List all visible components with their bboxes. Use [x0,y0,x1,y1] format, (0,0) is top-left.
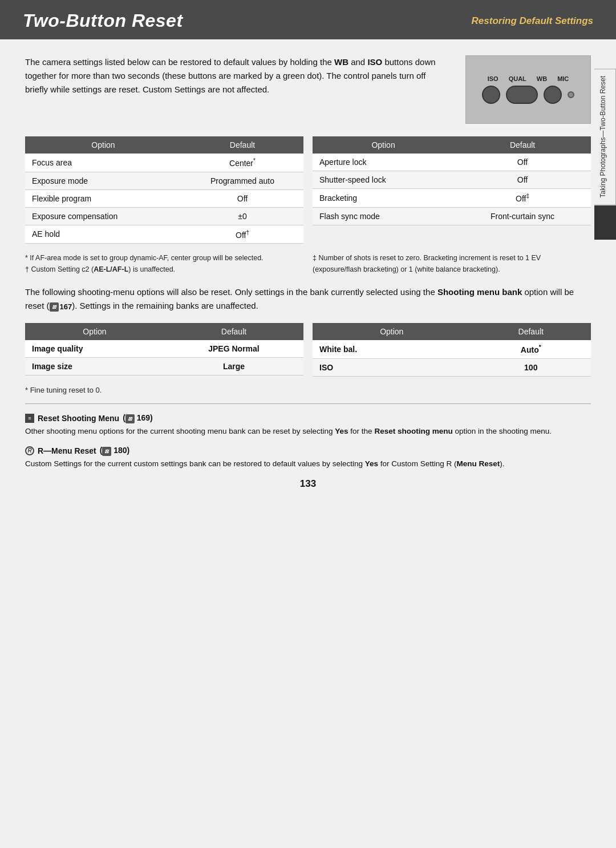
page-title: Two-Button Reset [23,10,183,31]
table2: Option Default Aperture lock Off Shutter… [313,136,591,225]
side-tab-dark [594,205,616,240]
intro-section: The camera settings listed below can be … [25,55,591,124]
second-tables-row: Option Default Image quality JPEG Normal… [25,323,591,377]
t2-option-3: Bracketing [313,189,454,208]
main-content: The camera settings listed below can be … [0,39,616,848]
fine-tune-note: * Fine tuning reset to 0. [25,386,591,394]
t3-default-2: Large [164,358,303,375]
table4: Option Default White bal. Auto* ISO 100 [313,323,591,377]
table1: Option Default Focus area Center* Exposu… [25,136,303,244]
table4-wrap: Option Default White bal. Auto* ISO 100 [313,323,591,377]
intro-text: The camera settings listed below can be … [25,55,448,124]
notes-section: * If AF-area mode is set to group dynami… [25,253,591,275]
table-row: ISO 100 [313,359,591,377]
page-number: 133 [25,478,591,490]
table-row: Image quality JPEG Normal [25,340,303,358]
ref-icon: ⊠ [50,302,59,312]
r-menu-reset-text: Custom Settings for the current custom s… [25,458,591,470]
table3: Option Default Image quality JPEG Normal… [25,323,303,375]
camera-labels: ISO QUAL WB MIC [488,75,569,82]
table-row: Shutter-speed lock Off [313,171,591,189]
table-row: Aperture lock Off [313,154,591,171]
side-tab: Taking Photographs—Two-Button Reset [594,68,616,205]
table2-wrap: Option Default Aperture lock Off Shutter… [313,136,591,244]
t4-option-2: ISO [313,359,471,377]
cam-btn-left [482,86,500,104]
r-menu-reset-title: R R—Menu Reset (⊠ 180) [25,446,591,456]
t2-default-1: Off [454,154,591,171]
bottom-notes: ≡ Reset Shooting Menu (⊠ 169) Other shoo… [25,413,591,470]
t1-default-1: Center* [181,154,303,172]
t3-default-1: JPEG Normal [164,340,303,358]
t1-option-3: Flexible program [25,189,181,207]
t4-option-1: White bal. [313,340,471,358]
table4-header-option: Option [313,323,471,340]
table3-header-default: Default [164,323,303,340]
t2-option-4: Flash sync mode [313,207,454,225]
r-menu-reset-note: R R—Menu Reset (⊠ 180) Custom Settings f… [25,446,591,470]
table-row: White bal. Auto* [313,340,591,358]
table2-header-option: Option [313,136,454,154]
table4-header-default: Default [471,323,591,340]
table1-header-option: Option [25,136,181,154]
table-row: Bracketing Off‡ [313,189,591,208]
camera-diagram: ISO QUAL WB MIC [465,55,591,124]
t4-default-2: 100 [471,359,591,377]
t1-default-3: Off [181,189,303,207]
cam-btn-center [506,86,538,104]
t2-default-2: Off [454,171,591,189]
reset-shooting-menu-title: ≡ Reset Shooting Menu (⊠ 169) [25,413,591,423]
page: Two-Button Reset Restoring Default Setti… [0,0,616,848]
cam-btn-right [544,86,562,104]
note-double-dagger: ‡ Number of shots is reset to zero. Brac… [313,253,591,275]
divider [25,403,591,404]
notes-left: * If AF-area mode is set to group dynami… [25,253,303,275]
t1-option-2: Exposure mode [25,172,181,189]
mid-paragraph: The following shooting-menu options will… [25,285,591,313]
table-row: Flash sync mode Front-curtain sync [313,207,591,225]
t1-option-4: Exposure compensation [25,207,181,225]
t2-default-3: Off‡ [454,189,591,208]
t3-option-1: Image quality [25,340,164,358]
table-row: AE hold Off† [25,225,303,244]
note-dagger: † Custom Setting c2 (AE-L/AF-L) is unaff… [25,264,303,275]
table3-wrap: Option Default Image quality JPEG Normal… [25,323,303,377]
reset-shooting-menu-text: Other shooting menu options for the curr… [25,426,591,438]
notes-right: ‡ Number of shots is reset to zero. Brac… [313,253,591,275]
r-icon: R [25,446,34,455]
ref-icon-3: ⊠ [102,447,111,456]
t4-default-1: Auto* [471,340,591,358]
subtitle: Restoring Default Settings [472,15,593,27]
t1-option-1: Focus area [25,154,181,172]
t3-option-2: Image size [25,358,164,375]
t1-default-4: ±0 [181,207,303,225]
menu-icon: ≡ [25,414,34,423]
first-tables-row: Option Default Focus area Center* Exposu… [25,136,591,244]
table-row: Exposure mode Programmed auto [25,172,303,189]
t2-default-4: Front-curtain sync [454,207,591,225]
table-row: Image size Large [25,358,303,375]
t1-option-5: AE hold [25,225,181,244]
camera-buttons [482,86,574,104]
note-asterisk: * If AF-area mode is set to group dynami… [25,253,303,264]
t2-option-2: Shutter-speed lock [313,171,454,189]
t2-option-1: Aperture lock [313,154,454,171]
table-row: Flexible program Off [25,189,303,207]
reset-shooting-menu-note: ≡ Reset Shooting Menu (⊠ 169) Other shoo… [25,413,591,438]
title-bar: Two-Button Reset Restoring Default Setti… [0,0,616,39]
ref-icon-2: ⊠ [125,414,135,423]
cam-btn-small [568,91,574,98]
table2-header-default: Default [454,136,591,154]
table-row: Focus area Center* [25,154,303,172]
table3-header-option: Option [25,323,164,340]
table1-wrap: Option Default Focus area Center* Exposu… [25,136,303,244]
table1-header-default: Default [181,136,303,154]
table-row: Exposure compensation ±0 [25,207,303,225]
t1-default-5: Off† [181,225,303,244]
t1-default-2: Programmed auto [181,172,303,189]
